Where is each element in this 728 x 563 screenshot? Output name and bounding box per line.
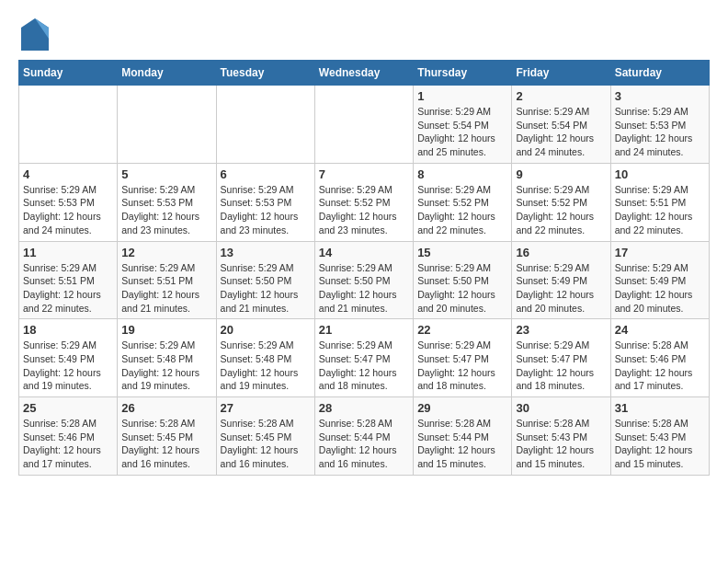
day-number: 14 <box>319 246 409 259</box>
day-info: Sunrise: 5:28 AM Sunset: 5:45 PM Dayligh… <box>221 417 311 471</box>
calendar-cell: 14Sunrise: 5:29 AM Sunset: 5:50 PM Dayli… <box>314 241 413 319</box>
week-row-4: 25Sunrise: 5:28 AM Sunset: 5:46 PM Dayli… <box>19 397 710 476</box>
day-info: Sunrise: 5:29 AM Sunset: 5:52 PM Dayligh… <box>417 183 507 237</box>
day-number: 26 <box>121 401 211 415</box>
day-info: Sunrise: 5:29 AM Sunset: 5:47 PM Dayligh… <box>319 339 409 393</box>
day-number: 31 <box>615 401 705 415</box>
day-info: Sunrise: 5:29 AM Sunset: 5:49 PM Dayligh… <box>516 261 606 316</box>
day-info: Sunrise: 5:29 AM Sunset: 5:50 PM Dayligh… <box>319 261 409 316</box>
calendar-cell: 3Sunrise: 5:29 AM Sunset: 5:53 PM Daylig… <box>610 86 709 164</box>
calendar-cell: 28Sunrise: 5:28 AM Sunset: 5:44 PM Dayli… <box>314 397 413 476</box>
day-number: 12 <box>121 246 211 259</box>
day-number: 20 <box>221 323 311 337</box>
calendar-table: SundayMondayTuesdayWednesdayThursdayFrid… <box>18 60 710 476</box>
day-info: Sunrise: 5:28 AM Sunset: 5:46 PM Dayligh… <box>615 339 705 393</box>
calendar-cell: 30Sunrise: 5:28 AM Sunset: 5:43 PM Dayli… <box>512 397 610 476</box>
day-number: 15 <box>417 246 507 259</box>
day-number: 2 <box>516 89 606 103</box>
calendar-cell <box>314 86 413 164</box>
header-wednesday: Wednesday <box>314 61 413 86</box>
calendar-cell: 19Sunrise: 5:29 AM Sunset: 5:48 PM Dayli… <box>118 319 216 397</box>
day-info: Sunrise: 5:29 AM Sunset: 5:53 PM Dayligh… <box>615 105 705 159</box>
day-number: 11 <box>23 246 113 259</box>
day-number: 7 <box>319 167 409 181</box>
day-info: Sunrise: 5:28 AM Sunset: 5:45 PM Dayligh… <box>121 417 211 471</box>
day-number: 13 <box>221 246 311 259</box>
day-info: Sunrise: 5:28 AM Sunset: 5:43 PM Dayligh… <box>516 417 606 471</box>
day-info: Sunrise: 5:29 AM Sunset: 5:53 PM Dayligh… <box>221 183 311 237</box>
day-number: 6 <box>221 167 311 181</box>
week-row-1: 4Sunrise: 5:29 AM Sunset: 5:53 PM Daylig… <box>19 163 710 241</box>
calendar-cell: 29Sunrise: 5:28 AM Sunset: 5:44 PM Dayli… <box>414 397 512 476</box>
header-row: SundayMondayTuesdayWednesdayThursdayFrid… <box>19 61 710 86</box>
day-number: 8 <box>417 167 507 181</box>
calendar-cell: 23Sunrise: 5:29 AM Sunset: 5:47 PM Dayli… <box>512 319 610 397</box>
calendar-cell: 18Sunrise: 5:29 AM Sunset: 5:49 PM Dayli… <box>19 319 118 397</box>
header-monday: Monday <box>118 61 216 86</box>
calendar-body: 1Sunrise: 5:29 AM Sunset: 5:54 PM Daylig… <box>19 86 710 476</box>
calendar-cell: 4Sunrise: 5:29 AM Sunset: 5:53 PM Daylig… <box>19 163 118 241</box>
header-friday: Friday <box>512 61 610 86</box>
svg-marker-0 <box>21 18 49 51</box>
day-number: 25 <box>23 401 113 415</box>
day-info: Sunrise: 5:29 AM Sunset: 5:47 PM Dayligh… <box>516 339 606 393</box>
week-row-3: 18Sunrise: 5:29 AM Sunset: 5:49 PM Dayli… <box>19 319 710 397</box>
calendar-cell: 26Sunrise: 5:28 AM Sunset: 5:45 PM Dayli… <box>118 397 216 476</box>
header-sunday: Sunday <box>19 61 118 86</box>
day-number: 10 <box>615 167 705 181</box>
day-number: 21 <box>319 323 409 337</box>
logo <box>18 18 49 51</box>
day-number: 18 <box>23 323 113 337</box>
calendar-cell: 2Sunrise: 5:29 AM Sunset: 5:54 PM Daylig… <box>512 86 610 164</box>
day-number: 19 <box>121 323 211 337</box>
calendar-cell: 24Sunrise: 5:28 AM Sunset: 5:46 PM Dayli… <box>610 319 709 397</box>
calendar-cell: 12Sunrise: 5:29 AM Sunset: 5:51 PM Dayli… <box>118 241 216 319</box>
calendar-header: SundayMondayTuesdayWednesdayThursdayFrid… <box>19 61 710 86</box>
day-info: Sunrise: 5:29 AM Sunset: 5:47 PM Dayligh… <box>417 339 507 393</box>
header-saturday: Saturday <box>610 61 709 86</box>
day-info: Sunrise: 5:29 AM Sunset: 5:52 PM Dayligh… <box>319 183 409 237</box>
calendar-cell: 20Sunrise: 5:29 AM Sunset: 5:48 PM Dayli… <box>216 319 314 397</box>
day-number: 4 <box>23 167 113 181</box>
day-number: 17 <box>615 246 705 259</box>
calendar-cell: 22Sunrise: 5:29 AM Sunset: 5:47 PM Dayli… <box>414 319 512 397</box>
day-info: Sunrise: 5:28 AM Sunset: 5:46 PM Dayligh… <box>23 417 113 471</box>
day-info: Sunrise: 5:29 AM Sunset: 5:51 PM Dayligh… <box>121 261 211 316</box>
calendar-cell: 9Sunrise: 5:29 AM Sunset: 5:52 PM Daylig… <box>512 163 610 241</box>
header-tuesday: Tuesday <box>216 61 314 86</box>
day-number: 24 <box>615 323 705 337</box>
day-number: 3 <box>615 89 705 103</box>
day-info: Sunrise: 5:29 AM Sunset: 5:50 PM Dayligh… <box>417 261 507 316</box>
calendar-cell: 17Sunrise: 5:29 AM Sunset: 5:49 PM Dayli… <box>610 241 709 319</box>
day-info: Sunrise: 5:28 AM Sunset: 5:44 PM Dayligh… <box>319 417 409 471</box>
calendar-cell: 1Sunrise: 5:29 AM Sunset: 5:54 PM Daylig… <box>414 86 512 164</box>
day-number: 22 <box>417 323 507 337</box>
week-row-0: 1Sunrise: 5:29 AM Sunset: 5:54 PM Daylig… <box>19 86 710 164</box>
day-info: Sunrise: 5:29 AM Sunset: 5:51 PM Dayligh… <box>615 183 705 237</box>
day-info: Sunrise: 5:29 AM Sunset: 5:48 PM Dayligh… <box>221 339 311 393</box>
day-number: 27 <box>221 401 311 415</box>
day-info: Sunrise: 5:29 AM Sunset: 5:48 PM Dayligh… <box>121 339 211 393</box>
calendar-cell: 15Sunrise: 5:29 AM Sunset: 5:50 PM Dayli… <box>414 241 512 319</box>
day-info: Sunrise: 5:29 AM Sunset: 5:51 PM Dayligh… <box>23 261 113 316</box>
day-info: Sunrise: 5:29 AM Sunset: 5:53 PM Dayligh… <box>121 183 211 237</box>
calendar-cell: 7Sunrise: 5:29 AM Sunset: 5:52 PM Daylig… <box>314 163 413 241</box>
calendar-cell: 31Sunrise: 5:28 AM Sunset: 5:43 PM Dayli… <box>610 397 709 476</box>
day-info: Sunrise: 5:28 AM Sunset: 5:44 PM Dayligh… <box>417 417 507 471</box>
day-number: 30 <box>516 401 606 415</box>
calendar-cell: 27Sunrise: 5:28 AM Sunset: 5:45 PM Dayli… <box>216 397 314 476</box>
calendar-cell: 11Sunrise: 5:29 AM Sunset: 5:51 PM Dayli… <box>19 241 118 319</box>
calendar-cell: 10Sunrise: 5:29 AM Sunset: 5:51 PM Dayli… <box>610 163 709 241</box>
header-thursday: Thursday <box>414 61 512 86</box>
calendar-cell: 16Sunrise: 5:29 AM Sunset: 5:49 PM Dayli… <box>512 241 610 319</box>
calendar-cell <box>118 86 216 164</box>
day-info: Sunrise: 5:29 AM Sunset: 5:54 PM Dayligh… <box>417 105 507 159</box>
day-info: Sunrise: 5:29 AM Sunset: 5:49 PM Dayligh… <box>23 339 113 393</box>
day-number: 5 <box>121 167 211 181</box>
day-number: 16 <box>516 246 606 259</box>
calendar-cell <box>19 86 118 164</box>
logo-icon <box>21 18 49 51</box>
week-row-2: 11Sunrise: 5:29 AM Sunset: 5:51 PM Dayli… <box>19 241 710 319</box>
day-info: Sunrise: 5:29 AM Sunset: 5:53 PM Dayligh… <box>23 183 113 237</box>
calendar-cell: 8Sunrise: 5:29 AM Sunset: 5:52 PM Daylig… <box>414 163 512 241</box>
